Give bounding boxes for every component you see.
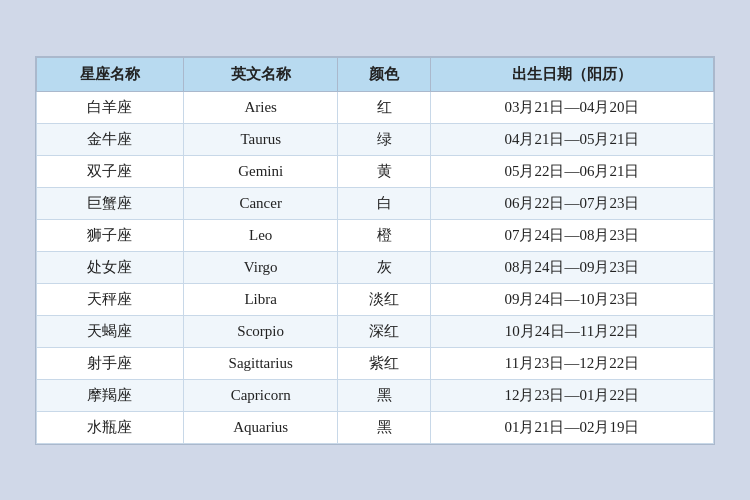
table-cell: 白羊座 (37, 91, 184, 123)
table-cell: 04月21日—05月21日 (430, 123, 713, 155)
table-row: 天秤座Libra淡红09月24日—10月23日 (37, 283, 714, 315)
table-cell: Capricorn (183, 379, 338, 411)
table-cell: 09月24日—10月23日 (430, 283, 713, 315)
table-cell: 金牛座 (37, 123, 184, 155)
table-cell: 淡红 (338, 283, 431, 315)
table-cell: 05月22日—06月21日 (430, 155, 713, 187)
table-cell: 天秤座 (37, 283, 184, 315)
table-cell: 白 (338, 187, 431, 219)
table-cell: Virgo (183, 251, 338, 283)
table-cell: 深红 (338, 315, 431, 347)
table-cell: 06月22日—07月23日 (430, 187, 713, 219)
table-cell: 射手座 (37, 347, 184, 379)
table-column-header: 星座名称 (37, 57, 184, 91)
table-header-row: 星座名称英文名称颜色出生日期（阳历） (37, 57, 714, 91)
table-cell: Taurus (183, 123, 338, 155)
table-cell: 红 (338, 91, 431, 123)
table-cell: 12月23日—01月22日 (430, 379, 713, 411)
table-cell: 01月21日—02月19日 (430, 411, 713, 443)
table-cell: Aries (183, 91, 338, 123)
table-column-header: 颜色 (338, 57, 431, 91)
table-cell: 双子座 (37, 155, 184, 187)
table-column-header: 英文名称 (183, 57, 338, 91)
table-row: 狮子座Leo橙07月24日—08月23日 (37, 219, 714, 251)
table-column-header: 出生日期（阳历） (430, 57, 713, 91)
table-row: 天蝎座Scorpio深红10月24日—11月22日 (37, 315, 714, 347)
table-row: 摩羯座Capricorn黑12月23日—01月22日 (37, 379, 714, 411)
table-cell: 08月24日—09月23日 (430, 251, 713, 283)
table-cell: 灰 (338, 251, 431, 283)
table-row: 射手座Sagittarius紫红11月23日—12月22日 (37, 347, 714, 379)
table-cell: 07月24日—08月23日 (430, 219, 713, 251)
table-cell: Cancer (183, 187, 338, 219)
table-cell: Sagittarius (183, 347, 338, 379)
zodiac-table-wrapper: 星座名称英文名称颜色出生日期（阳历） 白羊座Aries红03月21日—04月20… (35, 56, 715, 445)
table-cell: 10月24日—11月22日 (430, 315, 713, 347)
zodiac-table: 星座名称英文名称颜色出生日期（阳历） 白羊座Aries红03月21日—04月20… (36, 57, 714, 444)
table-cell: 紫红 (338, 347, 431, 379)
table-cell: Libra (183, 283, 338, 315)
table-cell: 黑 (338, 379, 431, 411)
table-cell: 11月23日—12月22日 (430, 347, 713, 379)
table-row: 双子座Gemini黄05月22日—06月21日 (37, 155, 714, 187)
table-row: 白羊座Aries红03月21日—04月20日 (37, 91, 714, 123)
table-cell: 黑 (338, 411, 431, 443)
table-cell: 绿 (338, 123, 431, 155)
table-cell: Aquarius (183, 411, 338, 443)
table-cell: 处女座 (37, 251, 184, 283)
table-row: 巨蟹座Cancer白06月22日—07月23日 (37, 187, 714, 219)
table-cell: 狮子座 (37, 219, 184, 251)
table-cell: Scorpio (183, 315, 338, 347)
table-cell: 03月21日—04月20日 (430, 91, 713, 123)
table-row: 处女座Virgo灰08月24日—09月23日 (37, 251, 714, 283)
table-cell: 巨蟹座 (37, 187, 184, 219)
table-cell: 橙 (338, 219, 431, 251)
table-cell: 水瓶座 (37, 411, 184, 443)
table-cell: 黄 (338, 155, 431, 187)
table-cell: Leo (183, 219, 338, 251)
table-cell: Gemini (183, 155, 338, 187)
table-cell: 摩羯座 (37, 379, 184, 411)
table-cell: 天蝎座 (37, 315, 184, 347)
table-row: 金牛座Taurus绿04月21日—05月21日 (37, 123, 714, 155)
table-row: 水瓶座Aquarius黑01月21日—02月19日 (37, 411, 714, 443)
